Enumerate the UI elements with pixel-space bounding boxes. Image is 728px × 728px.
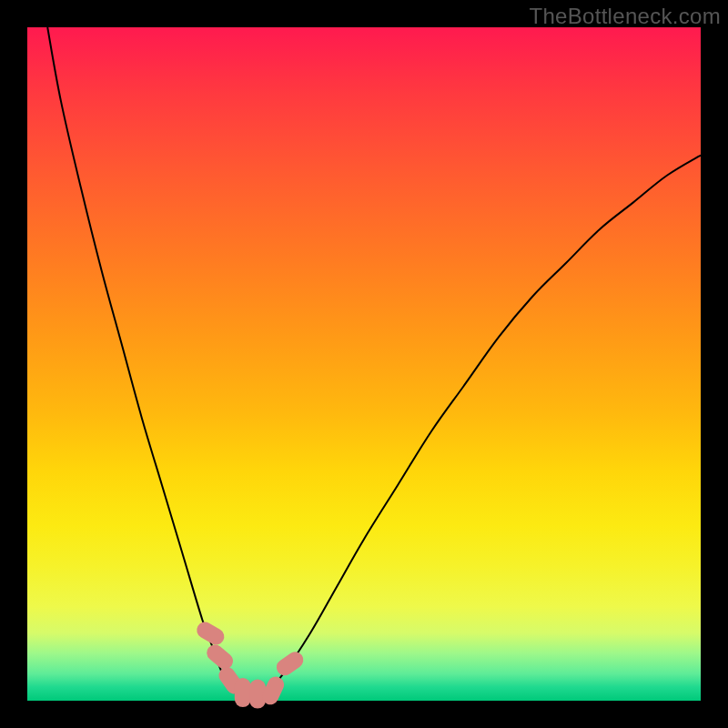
curve-marker [235,678,251,707]
curve-layer [27,27,701,701]
bottleneck-curve [47,27,701,702]
marker-group [194,619,307,708]
curve-marker [273,649,307,679]
chart-stage: TheBottleneck.com [0,0,728,728]
plot-area [27,27,701,701]
watermark-text: TheBottleneck.com [529,4,721,29]
